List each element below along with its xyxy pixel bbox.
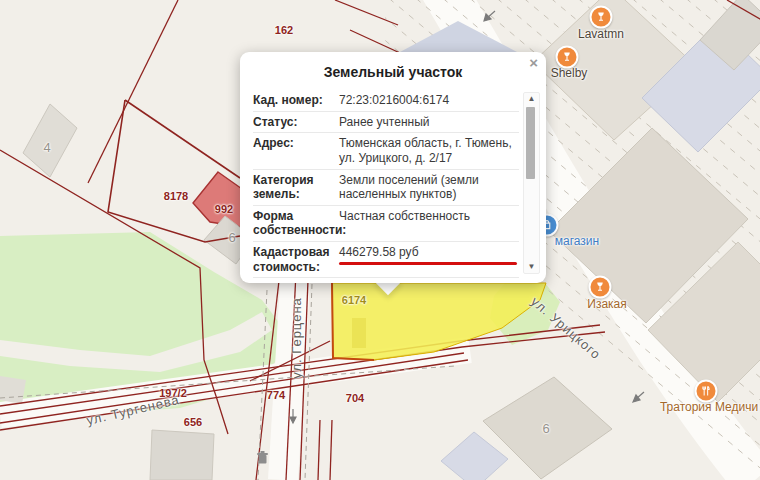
- parcel-info-popup: × Земельный участок Кад. номер: 72:23:02…: [240, 52, 546, 283]
- popup-scrollbar[interactable]: ▲ ▼: [523, 92, 540, 274]
- scrollbar-thumb[interactable]: [526, 107, 535, 179]
- poi-marker-lavatmn[interactable]: [590, 6, 613, 29]
- restaurant-icon: [701, 386, 712, 397]
- row-ownership: Форма собственности: Частная собственнос…: [253, 205, 519, 241]
- poi-label-lavatmn: Lavatmn: [578, 27, 624, 41]
- building-bottom-left: [150, 430, 214, 480]
- building-4: [23, 104, 77, 177]
- row-cadastral-value: Кадастровая стоимость: 446279.58 руб: [253, 241, 519, 277]
- bar-icon: [595, 282, 606, 293]
- poi-marker-izakaya[interactable]: [589, 276, 612, 299]
- bar-icon: [562, 52, 573, 63]
- row-area: Уточненная площадь: 578 кв.м: [253, 277, 519, 283]
- popup-rows: Кад. номер: 72:23:0216004:6174 Статус: Р…: [253, 90, 519, 283]
- scroll-up-icon[interactable]: ▲: [524, 93, 539, 105]
- row-cadastral-number: Кад. номер: 72:23:0216004:6174: [253, 90, 519, 111]
- poi-label-magazin: магазин: [555, 234, 599, 248]
- poi-label-shelby: Shelby: [551, 66, 588, 80]
- row-land-category: Категория земель: Земли поселений (земли…: [253, 169, 519, 205]
- map-canvas[interactable]: 162 8178 992 6174 197/2 774 704 656 4 6 …: [0, 0, 760, 480]
- value-highlight-underline: [339, 262, 517, 265]
- building-162: [400, 21, 517, 52]
- row-address: Адрес: Тюменская область, г. Тюмень, ул.…: [253, 132, 519, 168]
- poi-label-tratoria: Тратория Медичи: [660, 400, 758, 414]
- poi-label-izakaya: Изакая: [587, 297, 627, 311]
- cadastral-value: 446279.58 руб: [339, 245, 419, 259]
- popup-title: Земельный участок: [266, 64, 520, 80]
- bar-icon: [596, 12, 607, 23]
- row-status: Статус: Ранее учтенный: [253, 111, 519, 133]
- popup-body: × Земельный участок Кад. номер: 72:23:02…: [240, 52, 546, 283]
- building-bottom-blue: [441, 432, 508, 480]
- close-icon[interactable]: ×: [529, 55, 538, 70]
- building-bottom-left-corner: [0, 376, 26, 404]
- scroll-down-icon[interactable]: ▼: [524, 261, 539, 273]
